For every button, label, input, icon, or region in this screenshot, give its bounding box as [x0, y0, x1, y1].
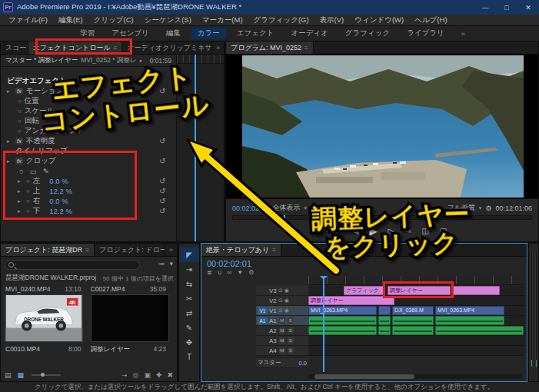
sync-lock-icon[interactable]: ⊙: [278, 297, 283, 304]
menu-item[interactable]: 編集(E): [53, 15, 88, 25]
tab-project-main[interactable]: プロジェクト: 琵琶湖DRONE WALKER ≡: [1, 244, 95, 256]
search-input[interactable]: [5, 260, 140, 270]
track-header-a4[interactable]: A4 M S: [256, 346, 308, 356]
project-item-label[interactable]: 調整レイヤー4:23: [91, 345, 176, 354]
add-marker-icon[interactable]: ▼: [237, 269, 243, 276]
timeline-clip[interactable]: [392, 316, 434, 325]
timeline-playhead[interactable]: [323, 276, 324, 372]
minimize-button[interactable]: —: [474, 0, 496, 15]
maximize-button[interactable]: □: [496, 0, 517, 15]
clip-thumbnail-adjustment-layer[interactable]: [91, 294, 169, 342]
track-header-master[interactable]: マスター 0.0: [256, 358, 308, 368]
linked-selection-icon[interactable]: ∞: [228, 269, 232, 276]
timeline-clip[interactable]: [308, 316, 377, 325]
timeline-clip-area[interactable]: グラフィック調整レイヤー 調整レイヤー MVI_0263.MP4DJI_0369…: [308, 286, 525, 378]
lane-a3[interactable]: [308, 336, 525, 346]
mute-button[interactable]: M: [279, 327, 285, 334]
menu-item[interactable]: ウィンドウ(W): [349, 15, 409, 25]
sync-lock-icon[interactable]: ⊙: [278, 307, 283, 314]
reset-parameter-icon[interactable]: ↺: [159, 187, 165, 195]
snap-icon[interactable]: ∪: [218, 269, 222, 276]
timeline-clip[interactable]: DJI_0369.M: [392, 306, 434, 315]
solo-button[interactable]: S: [288, 317, 294, 324]
source-patch-a1[interactable]: A1: [258, 317, 268, 324]
solo-button[interactable]: S: [288, 347, 294, 354]
workspace-tab[interactable]: オーディオ: [284, 28, 334, 39]
workspace-tab[interactable]: 学習: [74, 28, 101, 39]
workspace-tab[interactable]: カラー: [191, 28, 226, 39]
track-header-v1[interactable]: V1 V1 ⊙ ◉: [256, 306, 308, 316]
project-item-label[interactable]: MVI_0240.MP413:10: [5, 285, 91, 293]
mute-button[interactable]: M: [279, 337, 285, 344]
track-visibility-icon[interactable]: ◉: [284, 307, 289, 314]
timeline-clip[interactable]: グラフィック: [344, 286, 385, 295]
track-header-v2[interactable]: V2 ⊙ ◉: [256, 296, 308, 306]
menu-item[interactable]: 表示(V): [314, 15, 350, 25]
timeline-clip[interactable]: 調整レイヤー: [308, 296, 394, 305]
icon-view-icon[interactable]: ▦: [18, 371, 25, 379]
timeline-settings-icon[interactable]: ⚙: [248, 269, 254, 276]
lane-v1[interactable]: MVI_0263.MP4DJI_0369.MMVI_0263.MP4: [308, 306, 525, 316]
clip-nav-icon[interactable]: ▸: [140, 58, 143, 64]
list-view-icon[interactable]: ▤: [5, 371, 12, 379]
workspace-tab[interactable]: ライブラリ: [401, 28, 451, 39]
timeline-clip[interactable]: [308, 326, 377, 335]
solo-button[interactable]: S: [288, 337, 294, 344]
lane-a2[interactable]: [308, 326, 525, 336]
timeline-clip[interactable]: [378, 326, 391, 335]
timeline-clip[interactable]: [378, 316, 391, 325]
filter-bin-icon[interactable]: ≔: [158, 260, 165, 267]
timeline-clip[interactable]: [392, 326, 434, 335]
workspace-overflow-icon[interactable]: »: [461, 30, 465, 38]
fx-opacity-row[interactable]: ▸ fx 不透明度 ↺: [1, 136, 176, 146]
automate-to-sequence-icon[interactable]: ⇢: [121, 371, 128, 379]
hand-tool-icon[interactable]: ✥: [179, 335, 199, 350]
reset-parameter-icon[interactable]: ↺: [159, 207, 165, 215]
program-timecode[interactable]: 00:02:02:01: [232, 204, 269, 212]
timeline-clip[interactable]: MVI_0263.MP4: [435, 306, 504, 315]
new-bin-icon[interactable]: ▣: [144, 371, 151, 379]
track-select-tool-icon[interactable]: ⇥: [179, 262, 199, 277]
master-gain-value[interactable]: 0.0: [299, 360, 307, 367]
delete-icon[interactable]: ✖: [167, 371, 173, 379]
track-header-v3[interactable]: V3 ⊙ ◉: [256, 286, 308, 296]
sync-lock-icon[interactable]: ⊙: [278, 287, 283, 294]
panel-menu-icon[interactable]: ≡: [85, 247, 89, 254]
lane-a1[interactable]: [308, 316, 525, 326]
track-header-a3[interactable]: A3 M S: [256, 336, 308, 346]
reset-parameter-icon[interactable]: ↺: [159, 177, 165, 185]
reset-parameter-icon[interactable]: ↺: [159, 197, 165, 205]
timeline-scrollbar[interactable]: [308, 374, 522, 379]
menu-item[interactable]: ファイル(F): [3, 15, 53, 25]
mute-button[interactable]: M: [279, 347, 285, 354]
selection-tool-icon[interactable]: ◤: [179, 247, 199, 262]
mute-button[interactable]: M: [279, 317, 285, 324]
lane-a4[interactable]: [308, 346, 525, 356]
workspace-tab[interactable]: 編集: [160, 28, 187, 39]
close-button[interactable]: ✕: [517, 0, 539, 15]
project-item-label[interactable]: C0010.MP48:00: [5, 345, 91, 354]
track-visibility-icon[interactable]: ◉: [284, 287, 289, 294]
workspace-tab[interactable]: アセンブリ: [105, 28, 155, 39]
tab-sequence[interactable]: 絶景・テロップあり ≡: [201, 244, 281, 256]
new-item-icon[interactable]: ✚: [156, 371, 162, 379]
project-item-label[interactable]: C0027.MP435:09: [91, 285, 176, 293]
panel-overflow-icon[interactable]: »: [165, 244, 177, 256]
panel-menu-icon[interactable]: ≡: [304, 45, 308, 51]
timeline-clip[interactable]: [452, 286, 500, 295]
nest-icon[interactable]: ≣: [207, 269, 212, 276]
menu-item[interactable]: マーカー(M): [197, 15, 248, 25]
timeline-clip[interactable]: [435, 326, 524, 335]
workspace-tab[interactable]: グラフィック: [339, 28, 396, 39]
ripple-edit-tool-icon[interactable]: ⇆: [179, 277, 199, 291]
source-patch-v1[interactable]: V1: [258, 307, 268, 314]
tab-scopes[interactable]: スコープ: [1, 42, 28, 54]
tab-audio-clip-mixer[interactable]: オーディオクリップミキサー : MVI_0252: [122, 42, 212, 54]
panel-overflow-icon[interactable]: »: [212, 42, 224, 54]
pen-tool-icon[interactable]: ✎: [179, 321, 199, 335]
tab-program-monitor[interactable]: プログラム: MVI_0252 ≡: [226, 42, 314, 54]
clip-thumbnail-car[interactable]: DRONE WALKER 4K: [5, 294, 83, 342]
scrollbar-thumb[interactable]: [314, 374, 414, 379]
menu-item[interactable]: シーケンス(S): [139, 15, 197, 25]
slip-tool-icon[interactable]: ⇄: [179, 306, 199, 321]
